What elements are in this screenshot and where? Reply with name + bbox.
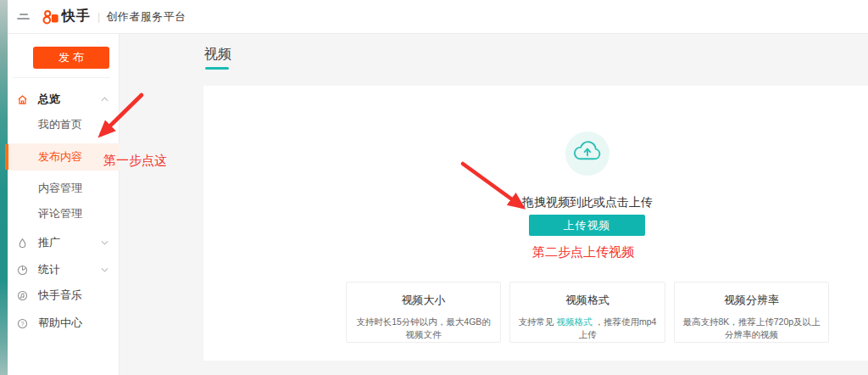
sidebar-item-my-homepage[interactable]: 我的首页	[8, 112, 120, 137]
sidebar-item-label: 内容管理	[38, 181, 82, 196]
chevron-up-icon[interactable]	[101, 97, 108, 102]
sidebar-item-content-manage[interactable]: 内容管理	[8, 176, 120, 201]
sidebar-item-promotion[interactable]: 推广	[8, 230, 120, 255]
brand-logo[interactable]: 快手 | 创作者服务平台	[42, 8, 186, 25]
video-format-link[interactable]: 视频格式	[557, 316, 593, 327]
chevron-down-icon[interactable]	[101, 267, 108, 272]
music-icon	[17, 290, 28, 301]
home-icon	[17, 94, 28, 105]
active-indicator-bar	[5, 144, 8, 170]
menu-icon[interactable]	[17, 12, 32, 22]
upload-dropzone[interactable]: 拖拽视频到此或点击上传 上传视频 视频大小 支持时长15分钟以内，最大4GB的视…	[346, 86, 829, 361]
card-video-format: 视频格式 支持常见 视频格式 ，推荐使用mp4上传	[509, 282, 665, 343]
brand-divider: |	[97, 11, 100, 23]
sidebar-item-overview[interactable]: 总览	[8, 87, 120, 112]
annotation-step2: 第二步点上传视频	[532, 244, 634, 260]
sidebar: 发布 总览 我的首页 发布内容 内容管理 评论管理 推广	[8, 34, 120, 375]
platform-subtitle: 创作者服务平台	[106, 9, 186, 25]
desktop-edge-strip	[0, 0, 8, 375]
card-title: 视频格式	[510, 293, 665, 308]
publish-button[interactable]: 发布	[33, 47, 109, 69]
top-header: 快手 | 创作者服务平台	[8, 0, 868, 34]
sidebar-item-label: 推广	[38, 235, 60, 250]
card-body: 最高支持8K，推荐上传720p及以上分辨率的视频	[675, 316, 828, 341]
card-video-resolution: 视频分辨率 最高支持8K，推荐上传720p及以上分辨率的视频	[674, 282, 829, 343]
sidebar-item-statistics[interactable]: 统计	[8, 257, 120, 283]
kuaishou-creator-platform: 快手 | 创作者服务平台 发布 总览 我的首页 发布内容 内容管理 评论管理	[0, 0, 868, 375]
sidebar-item-comment-manage[interactable]: 评论管理	[8, 201, 120, 227]
sidebar-item-label: 发布内容	[38, 149, 82, 165]
sidebar-item-label: 评论管理	[38, 206, 82, 221]
help-icon: ?	[17, 318, 28, 329]
sidebar-divider	[13, 77, 110, 78]
sidebar-item-label: 统计	[38, 262, 60, 277]
sidebar-item-help-center[interactable]: ? 帮助中心	[8, 311, 120, 336]
upload-hint-text: 拖拽视频到此或点击上传	[346, 195, 829, 210]
card-video-size: 视频大小 支持时长15分钟以内，最大4GB的视频文件	[346, 282, 501, 343]
svg-text:?: ?	[21, 320, 25, 326]
chevron-down-icon[interactable]	[101, 240, 108, 245]
sidebar-item-label: 快手音乐	[38, 288, 82, 303]
kuaishou-logo-icon	[42, 9, 59, 25]
card-body-text: 支持常见	[519, 316, 557, 327]
sidebar-item-label: 总览	[38, 92, 60, 107]
brand-name: 快手	[62, 8, 91, 25]
sidebar-item-kuaishou-music[interactable]: 快手音乐	[8, 283, 120, 308]
tab-active-underline	[205, 67, 229, 70]
cloud-upload-icon[interactable]	[565, 132, 609, 176]
upload-panel: 拖拽视频到此或点击上传 上传视频 视频大小 支持时长15分钟以内，最大4GB的视…	[203, 86, 868, 361]
sidebar-item-label: 帮助中心	[38, 316, 82, 331]
flame-icon	[17, 238, 28, 249]
annotation-step1: 第一步点这	[103, 153, 167, 169]
card-body: 支持时长15分钟以内，最大4GB的视频文件	[347, 316, 500, 341]
card-title: 视频大小	[347, 293, 500, 308]
upload-video-button[interactable]: 上传视频	[529, 215, 645, 236]
main-area: 视频 拖拽视频到此或点击上传 上传视频 视频大小 支持时长15分钟以内，最大4G…	[120, 34, 868, 375]
upload-info-cards: 视频大小 支持时长15分钟以内，最大4GB的视频文件 视频格式 支持常见 视频格…	[346, 282, 829, 343]
tab-video[interactable]: 视频	[204, 46, 231, 64]
pie-chart-icon	[17, 265, 28, 276]
sidebar-item-label: 我的首页	[38, 117, 82, 132]
card-title: 视频分辨率	[675, 293, 828, 308]
card-body: 支持常见 视频格式 ，推荐使用mp4上传	[510, 316, 665, 341]
